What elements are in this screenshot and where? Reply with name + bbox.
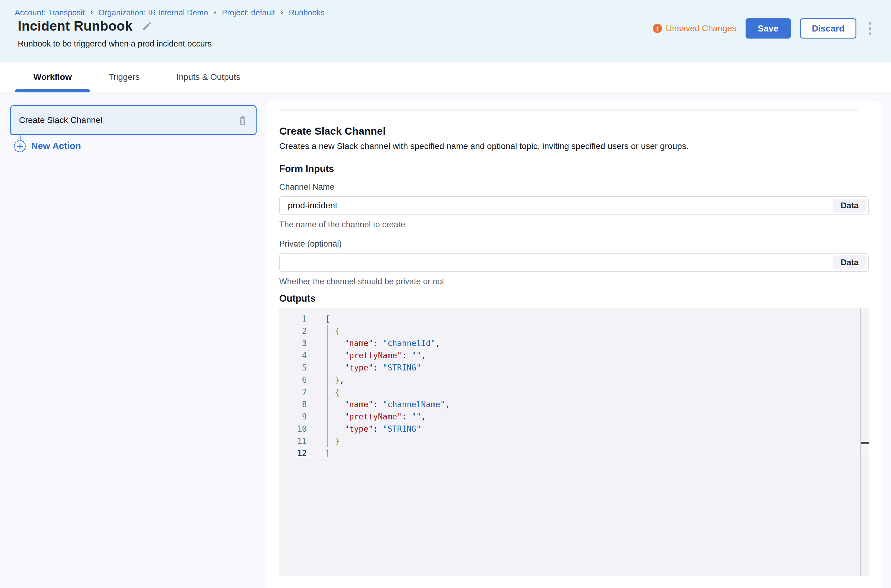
- channel-name-label: Channel Name: [279, 182, 869, 192]
- code-token-plain: [325, 436, 335, 446]
- editor-scrollbar-thumb[interactable]: [861, 442, 869, 444]
- code-token-brace: {: [335, 326, 340, 336]
- code-token-bracket: [: [325, 314, 330, 323]
- code-line: 5 "type": "STRING": [279, 362, 869, 374]
- unsaved-changes-label: Unsaved Changes: [666, 24, 736, 33]
- channel-name-helper: The name of the channel to create: [279, 220, 869, 230]
- code-token-str: "STRING": [383, 424, 421, 434]
- unsaved-changes-badge: ! Unsaved Changes: [653, 24, 736, 33]
- line-number: 6: [279, 374, 307, 386]
- breadcrumb-account[interactable]: Account: Transposit: [15, 8, 84, 18]
- new-action-plus-icon[interactable]: +: [14, 140, 26, 152]
- code-line: 9 "prettyName": "",: [279, 411, 869, 423]
- code-token-brace: {: [335, 388, 340, 397]
- code-token-plain: [325, 326, 335, 336]
- runbook-description: Runbook to be triggered when a prod inci…: [18, 39, 212, 49]
- code-line: 12]: [279, 447, 869, 459]
- code-token-key: "prettyName": [345, 412, 402, 421]
- code-token-str: "channelId": [383, 339, 435, 348]
- code-token-plain: [325, 400, 345, 409]
- chevron-right-icon: ›: [280, 8, 283, 17]
- private-data-button[interactable]: Data: [833, 255, 866, 270]
- code-token-plain: :: [373, 424, 383, 434]
- code-line: 6 },: [279, 374, 869, 386]
- channel-name-data-button[interactable]: Data: [833, 198, 866, 213]
- action-detail-panel: Create Slack Channel Creates a new Slack…: [266, 101, 882, 588]
- code-token-key: "name": [345, 339, 373, 348]
- discard-button[interactable]: Discard: [800, 18, 856, 39]
- code-token-str: "channelName": [383, 400, 445, 409]
- code-token-plain: :: [373, 400, 383, 409]
- save-button[interactable]: Save: [745, 18, 791, 39]
- code-line: 3 "name": "channelId",: [279, 337, 869, 350]
- channel-name-input[interactable]: [287, 196, 833, 215]
- action-card-label: Create Slack Channel: [19, 116, 237, 125]
- code-line: 11 }: [279, 435, 869, 447]
- line-number: 12: [279, 447, 307, 459]
- code-editor-lines: 1[2 {3 "name": "channelId",4 "prettyName…: [279, 308, 869, 459]
- page-header: Account: Transposit › Organization: IR I…: [0, 0, 891, 62]
- code-line: 4 "prettyName": "",: [279, 350, 869, 362]
- action-card-create-slack-channel[interactable]: Create Slack Channel: [10, 105, 257, 135]
- code-token-plain: [325, 351, 345, 360]
- tab-triggers[interactable]: Triggers: [90, 62, 158, 92]
- code-token-str: "STRING": [383, 363, 421, 372]
- line-number: 7: [279, 386, 307, 398]
- private-input-row: Data: [279, 253, 869, 272]
- code-token-plain: ,: [435, 339, 440, 348]
- breadcrumb-project[interactable]: Project: default: [222, 8, 275, 18]
- private-input[interactable]: [287, 253, 833, 272]
- code-token-brace: }: [335, 436, 340, 446]
- line-number: 2: [279, 325, 307, 337]
- action-connector-line: [20, 135, 21, 140]
- tab-inputs-outputs[interactable]: Inputs & Outputs: [158, 62, 259, 92]
- code-token-plain: [325, 412, 345, 421]
- action-detail-title: Create Slack Channel: [279, 125, 869, 137]
- code-token-plain: [325, 388, 335, 397]
- panel-divider: [279, 110, 858, 111]
- indent-guide-line: [327, 325, 328, 447]
- chevron-right-icon: ›: [214, 8, 217, 17]
- code-token-plain: ,: [421, 351, 426, 360]
- new-action-button[interactable]: New Action: [31, 141, 81, 151]
- code-token-plain: [325, 375, 335, 384]
- code-token-key: "name": [345, 400, 373, 409]
- breadcrumb-runbooks[interactable]: Runbooks: [289, 8, 325, 18]
- code-token-key: "prettyName": [345, 351, 402, 360]
- form-inputs-heading: Form Inputs: [279, 164, 869, 174]
- tab-workflow[interactable]: Workflow: [15, 62, 90, 92]
- line-number: 8: [279, 398, 307, 411]
- private-helper: Whether the channel should be private or…: [279, 277, 869, 286]
- outputs-code-editor[interactable]: 1[2 {3 "name": "channelId",4 "prettyName…: [279, 308, 869, 576]
- code-token-plain: :: [402, 351, 411, 360]
- line-number: 10: [279, 423, 307, 435]
- action-detail-description: Creates a new Slack channel with specifi…: [279, 141, 869, 151]
- breadcrumb: Account: Transposit › Organization: IR I…: [15, 8, 325, 18]
- private-label: Private (optional): [279, 239, 869, 249]
- tab-bar: Workflow Triggers Inputs & Outputs: [0, 62, 891, 92]
- code-line: 10 "type": "STRING": [279, 423, 869, 435]
- line-number: 4: [279, 350, 307, 362]
- delete-action-trash-icon[interactable]: [237, 114, 248, 126]
- kebab-menu-icon[interactable]: [865, 20, 874, 38]
- code-token-key: "type": [345, 363, 373, 372]
- code-line: 8 "name": "channelName",: [279, 398, 869, 411]
- code-token-plain: ,: [445, 400, 450, 409]
- code-token-plain: ,: [340, 375, 345, 384]
- code-line: 7 {: [279, 386, 869, 398]
- code-token-str: "": [411, 351, 421, 360]
- code-token-brace: }: [335, 375, 340, 384]
- warning-icon: !: [653, 24, 662, 33]
- line-number: 5: [279, 362, 307, 374]
- code-token-plain: :: [373, 339, 383, 348]
- code-token-str: "": [411, 412, 421, 421]
- outputs-heading: Outputs: [279, 293, 869, 304]
- workflow-action-list: Create Slack Channel + New Action: [0, 92, 266, 588]
- breadcrumb-organization[interactable]: Organization: IR Internal Demo: [98, 8, 208, 18]
- line-number: 9: [279, 411, 307, 423]
- code-line: 2 {: [279, 325, 869, 337]
- code-token-key: "type": [345, 424, 373, 434]
- code-token-plain: ,: [421, 412, 426, 421]
- edit-title-pencil-icon[interactable]: [142, 21, 152, 31]
- code-token-plain: :: [402, 412, 411, 421]
